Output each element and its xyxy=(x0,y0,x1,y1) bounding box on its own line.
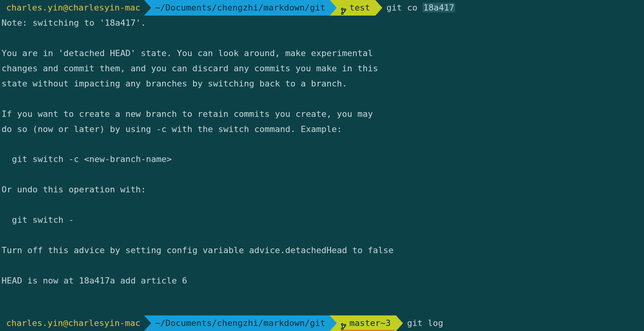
command-output: Note: switching to '18a417'. You are in … xyxy=(0,16,644,289)
prompt-line-2: charles.yin@charlesyin-mac ~/Documents/c… xyxy=(0,315,644,331)
output-line: do so (now or later) by using -c with th… xyxy=(2,122,644,137)
output-line: changes and commit them, and you can dis… xyxy=(2,61,644,76)
svg-point-2 xyxy=(344,9,346,11)
output-line: HEAD is now at 18a417a add article 6 xyxy=(2,273,644,289)
branch-name: test xyxy=(349,0,370,16)
output-line xyxy=(2,258,644,273)
git-branch-icon xyxy=(341,4,346,11)
command-text: git co xyxy=(386,3,422,12)
output-line xyxy=(2,92,644,107)
branch-segment: test xyxy=(330,0,375,16)
path-segment: ~/Documents/chengzhi/markdown/git xyxy=(144,0,330,16)
prompt-line-1: charles.yin@charlesyin-mac ~/Documents/c… xyxy=(0,0,644,16)
user-host-segment: charles.yin@charlesyin-mac xyxy=(0,315,144,331)
git-branch-icon xyxy=(341,320,346,327)
output-line xyxy=(2,137,644,152)
output-line xyxy=(2,167,644,182)
output-line: git switch -c <new-branch-name> xyxy=(2,152,644,167)
output-line xyxy=(2,31,644,46)
svg-point-3 xyxy=(341,324,343,325)
output-line: If you want to create a new branch to re… xyxy=(2,107,644,122)
svg-point-0 xyxy=(341,8,343,10)
output-line: state without impacting any branches by … xyxy=(2,76,644,92)
output-line: Or undo this operation with: xyxy=(2,182,644,197)
terminal-window[interactable]: charles.yin@charlesyin-mac ~/Documents/c… xyxy=(0,0,644,289)
output-line: git switch - xyxy=(2,213,644,228)
output-line: You are in 'detached HEAD' state. You ca… xyxy=(2,46,644,61)
user-host-segment: charles.yin@charlesyin-mac xyxy=(0,0,144,16)
svg-point-5 xyxy=(344,324,346,326)
command-segment[interactable]: git log xyxy=(396,315,447,331)
command-segment: git co 18a417 xyxy=(375,0,459,16)
output-line xyxy=(2,197,644,213)
command-text: git log xyxy=(407,318,443,328)
command-arg-highlight: 18a417 xyxy=(422,3,455,12)
output-line: Turn off this advice by setting config v… xyxy=(2,243,644,258)
output-line: Note: switching to '18a417'. xyxy=(2,16,644,31)
branch-segment: master~3 xyxy=(330,315,396,331)
path-segment: ~/Documents/chengzhi/markdown/git xyxy=(144,315,330,331)
output-line xyxy=(2,228,644,243)
branch-name: master~3 xyxy=(349,315,391,331)
